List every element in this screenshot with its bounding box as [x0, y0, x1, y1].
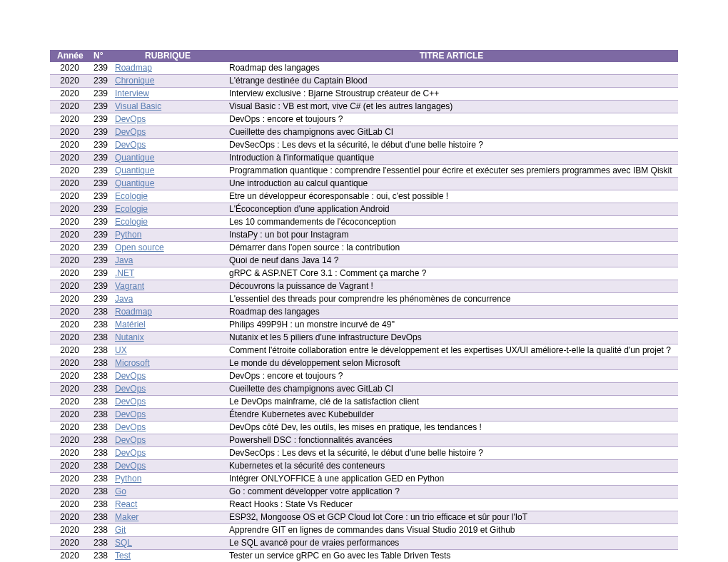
- cell-annee: 2020: [50, 344, 89, 357]
- cell-titre: Kubernetes et la sécurité des conteneurs: [225, 460, 678, 473]
- rubrique-link[interactable]: Open source: [115, 242, 164, 252]
- table-row: 2020238TestTester un service gRPC en Go …: [50, 550, 678, 563]
- cell-num: 239: [89, 88, 111, 101]
- cell-num: 238: [89, 422, 111, 434]
- rubrique-link[interactable]: Java: [115, 294, 133, 304]
- table-row: 2020239ChroniqueL'étrange destinée du Ca…: [50, 75, 678, 88]
- rubrique-link[interactable]: Ecologie: [115, 204, 148, 214]
- rubrique-link[interactable]: Python: [115, 230, 141, 240]
- cell-num: 238: [89, 434, 111, 447]
- rubrique-link[interactable]: Quantique: [115, 178, 154, 188]
- rubrique-link[interactable]: Maker: [115, 512, 138, 522]
- cell-num: 239: [89, 126, 111, 139]
- rubrique-link[interactable]: Nutanix: [115, 332, 144, 342]
- cell-num: 238: [89, 396, 111, 409]
- table-row: 2020238GoGo : comment développer votre a…: [50, 486, 678, 499]
- rubrique-link[interactable]: Test: [115, 551, 131, 561]
- rubrique-link[interactable]: Go: [115, 486, 126, 496]
- cell-titre: Etre un développeur écoresponsable : oui…: [225, 190, 678, 203]
- rubrique-link[interactable]: Git: [115, 525, 126, 535]
- rubrique-link[interactable]: Microsoft: [115, 358, 150, 368]
- cell-rubrique: SQL: [111, 537, 225, 550]
- rubrique-link[interactable]: Quantique: [115, 165, 154, 175]
- cell-titre: Étendre Kubernetes avec Kubebuilder: [225, 409, 678, 422]
- cell-titre: Le DevOps mainframe, clé de la satisfact…: [225, 396, 678, 409]
- rubrique-link[interactable]: Vagrant: [115, 281, 144, 291]
- cell-titre: Le monde du développement selon Microsof…: [225, 357, 678, 370]
- cell-num: 238: [89, 550, 111, 563]
- cell-annee: 2020: [50, 152, 89, 165]
- rubrique-link[interactable]: DevOps: [115, 435, 146, 445]
- cell-annee: 2020: [50, 293, 89, 306]
- cell-rubrique: Python: [111, 473, 225, 486]
- rubrique-link[interactable]: Ecologie: [115, 217, 148, 227]
- rubrique-link[interactable]: React: [115, 499, 137, 509]
- cell-annee: 2020: [50, 370, 89, 383]
- rubrique-link[interactable]: Chronique: [115, 76, 154, 86]
- table-row: 2020238NutanixNutanix et les 5 piliers d…: [50, 332, 678, 344]
- table-row: 2020239EcologieEtre un développeur écore…: [50, 190, 678, 203]
- cell-rubrique: Quantique: [111, 152, 225, 165]
- rubrique-link[interactable]: DevOps: [115, 384, 146, 394]
- cell-titre: Une introduction au calcul quantique: [225, 178, 678, 190]
- rubrique-link[interactable]: .NET: [115, 268, 134, 278]
- rubrique-link[interactable]: DevOps: [115, 409, 146, 419]
- cell-annee: 2020: [50, 242, 89, 255]
- cell-annee: 2020: [50, 139, 89, 152]
- rubrique-link[interactable]: DevOps: [115, 114, 146, 124]
- header-titre: TITRE ARTICLE: [225, 50, 678, 62]
- table-row: 2020238DevOpsÉtendre Kubernetes avec Kub…: [50, 409, 678, 422]
- rubrique-link[interactable]: SQL: [115, 538, 132, 548]
- cell-titre: Powershell DSC : fonctionnalités avancée…: [225, 434, 678, 447]
- rubrique-link[interactable]: DevOps: [115, 371, 146, 381]
- cell-num: 238: [89, 344, 111, 357]
- rubrique-link[interactable]: Matériel: [115, 320, 146, 329]
- cell-rubrique: DevOps: [111, 139, 225, 152]
- rubrique-link[interactable]: DevOps: [115, 397, 146, 407]
- cell-num: 238: [89, 511, 111, 524]
- cell-rubrique: Java: [111, 293, 225, 306]
- cell-num: 239: [89, 255, 111, 267]
- rubrique-link[interactable]: UX: [115, 345, 127, 355]
- cell-titre: Programmation quantique : comprendre l'e…: [225, 165, 678, 178]
- cell-rubrique: Roadmap: [111, 62, 225, 75]
- cell-rubrique: DevOps: [111, 126, 225, 139]
- cell-titre: L'Écoconception d'une application Androi…: [225, 203, 678, 216]
- rubrique-link[interactable]: DevOps: [115, 127, 146, 137]
- cell-rubrique: React: [111, 499, 225, 511]
- cell-num: 238: [89, 383, 111, 396]
- rubrique-link[interactable]: Interview: [115, 88, 149, 98]
- rubrique-link[interactable]: DevOps: [115, 422, 146, 432]
- cell-num: 239: [89, 267, 111, 280]
- table-row: 2020239Visual BasicVisual Basic : VB est…: [50, 101, 678, 113]
- cell-num: 239: [89, 203, 111, 216]
- rubrique-link[interactable]: Quantique: [115, 153, 154, 163]
- cell-titre: L'étrange destinée du Captain Blood: [225, 75, 678, 88]
- table-row: 2020239JavaQuoi de neuf dans Java 14 ?: [50, 255, 678, 267]
- rubrique-link[interactable]: DevOps: [115, 461, 146, 471]
- rubrique-link[interactable]: Roadmap: [115, 63, 152, 73]
- rubrique-link[interactable]: Ecologie: [115, 191, 148, 201]
- rubrique-link[interactable]: Visual Basic: [115, 101, 161, 111]
- cell-titre: Cueillette des champignons avec GitLab C…: [225, 126, 678, 139]
- cell-num: 238: [89, 447, 111, 460]
- table-row: 2020239DevOpsDevOps : encore et toujours…: [50, 113, 678, 126]
- rubrique-link[interactable]: Roadmap: [115, 307, 152, 317]
- header-annee: Année: [50, 50, 89, 62]
- cell-titre: gRPC & ASP.NET Core 3.1 : Comment ça mar…: [225, 267, 678, 280]
- rubrique-link[interactable]: DevOps: [115, 140, 146, 150]
- cell-num: 239: [89, 242, 111, 255]
- table-row: 2020239Open sourceDémarrer dans l'open s…: [50, 242, 678, 255]
- cell-annee: 2020: [50, 383, 89, 396]
- cell-annee: 2020: [50, 280, 89, 293]
- rubrique-link[interactable]: DevOps: [115, 448, 146, 458]
- table-row: 2020239RoadmapRoadmap des langages: [50, 62, 678, 75]
- cell-num: 238: [89, 319, 111, 332]
- rubrique-link[interactable]: Python: [115, 474, 141, 484]
- cell-titre: DevOps : encore et toujours ?: [225, 370, 678, 383]
- rubrique-link[interactable]: Java: [115, 255, 133, 265]
- table-body: 2020239RoadmapRoadmap des langages202023…: [50, 62, 678, 562]
- cell-num: 239: [89, 165, 111, 178]
- table-row: 2020239QuantiqueUne introduction au calc…: [50, 178, 678, 190]
- cell-titre: Intégrer ONLYOFFICE à une application GE…: [225, 473, 678, 486]
